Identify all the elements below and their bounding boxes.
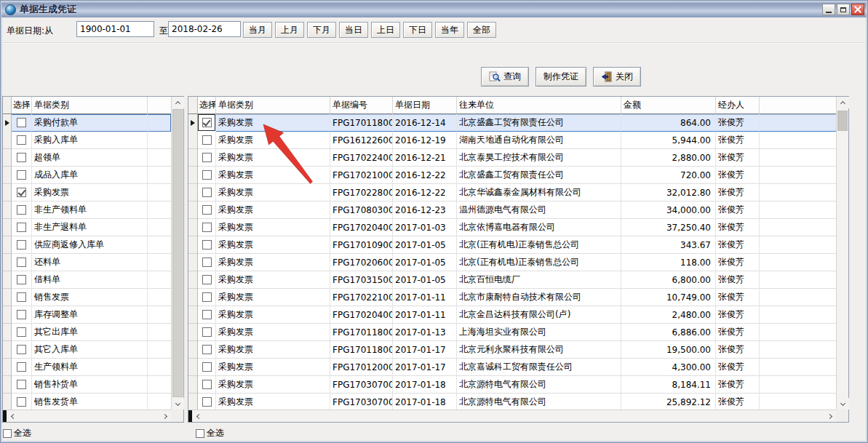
operator-cell[interactable]: 张俊芳 [716, 149, 760, 167]
row-checkbox[interactable] [17, 240, 26, 250]
category-cell[interactable]: 超领单 [32, 149, 148, 167]
doc-date-cell[interactable]: 2017-01-18 [393, 394, 457, 410]
select-cell[interactable] [12, 376, 32, 394]
table-row[interactable]: 销售补货单 [3, 376, 171, 394]
select-cell[interactable] [198, 236, 216, 254]
operator-cell[interactable]: 张俊芳 [716, 201, 760, 219]
partner-column-header[interactable]: 往来单位 [457, 97, 621, 114]
partner-cell[interactable]: 北京盛鑫工贸有限责任公司 [457, 114, 621, 132]
close-form-button[interactable]: 关闭 [593, 67, 641, 87]
doc-date-cell[interactable]: 2016-12-22 [393, 167, 457, 184]
right-grid-vertical-scrollbar[interactable] [836, 97, 848, 410]
row-checkbox[interactable] [202, 205, 212, 215]
category-cell[interactable]: 采购入库单 [32, 132, 148, 149]
select-cell[interactable] [198, 341, 216, 359]
operator-cell[interactable]: 张俊芳 [716, 359, 760, 376]
operator-cell[interactable]: 张俊芳 [716, 132, 760, 149]
row-checkbox[interactable] [17, 135, 26, 145]
amount-cell[interactable]: 10,749.00 [621, 289, 716, 306]
table-row[interactable]: 供应商返修入库单 [3, 236, 171, 254]
table-row[interactable]: 采购发票 FPG170204004 2017-01-03 北京依博嘉电器有限公司… [188, 219, 836, 236]
table-row[interactable]: 采购发票 FPG170307005 2017-01-18 北京源特电气有限公司 … [188, 376, 836, 394]
doc-date-cell[interactable]: 2016-12-21 [393, 149, 457, 167]
operator-cell[interactable]: 张俊芳 [716, 254, 760, 271]
table-row[interactable]: 采购入库单 [3, 132, 171, 149]
date-to-input[interactable] [168, 21, 241, 37]
row-checkbox[interactable] [202, 345, 212, 354]
quick-button-5[interactable]: 上日 [371, 22, 400, 38]
table-row[interactable]: 成品入库单 [3, 167, 171, 184]
row-checkbox[interactable] [17, 153, 26, 162]
doc-date-cell[interactable]: 2017-01-13 [393, 324, 457, 341]
category-cell[interactable]: 供应商返修入库单 [32, 236, 148, 254]
make-voucher-button[interactable]: 制作凭证 [535, 67, 586, 87]
row-checkbox[interactable] [17, 345, 26, 354]
doc-no-column-header[interactable]: 单据编号 [330, 97, 393, 114]
category-cell[interactable]: 采购发票 [216, 149, 330, 167]
category-cell[interactable]: 采购发票 [216, 236, 330, 254]
partner-cell[interactable]: 北京源特电气有限公司 [457, 394, 621, 410]
row-checkbox[interactable] [17, 188, 26, 197]
select-cell[interactable] [198, 114, 216, 132]
select-cell[interactable] [12, 132, 32, 149]
doc-no-cell[interactable]: FPG170307006 [330, 394, 393, 410]
row-checkbox[interactable] [202, 135, 212, 145]
amount-cell[interactable]: 2,880.00 [621, 149, 716, 167]
row-checkbox[interactable] [202, 310, 212, 319]
select-cell[interactable] [198, 271, 216, 289]
table-row[interactable]: 非生产退料单 [3, 219, 171, 236]
row-checkbox[interactable] [202, 275, 212, 284]
row-checkbox[interactable] [202, 170, 212, 180]
partner-cell[interactable]: 北京(正有机电)正泰销售总公司 [457, 254, 621, 271]
query-button[interactable]: 查询 [481, 67, 529, 87]
operator-cell[interactable]: 张俊芳 [716, 184, 760, 201]
select-cell[interactable] [198, 394, 216, 410]
category-cell[interactable]: 销售补货单 [32, 376, 148, 394]
operator-cell[interactable]: 张俊芳 [716, 306, 760, 324]
select-cell[interactable] [198, 289, 216, 306]
quick-button-2[interactable]: 上月 [275, 22, 304, 38]
row-checkbox[interactable] [202, 223, 212, 232]
partner-cell[interactable]: 北京源特电气有限公司 [457, 376, 621, 394]
select-cell[interactable] [12, 184, 32, 201]
amount-cell[interactable]: 4,300.00 [621, 359, 716, 376]
table-row[interactable]: 采购发票 FPG170307006 2017-01-18 北京源特电气有限公司 … [188, 394, 836, 410]
row-checkbox[interactable] [17, 362, 26, 372]
category-cell[interactable]: 生产领料单 [32, 359, 148, 376]
doc-no-cell[interactable]: FPG170315002 [330, 271, 393, 289]
select-cell[interactable] [12, 289, 32, 306]
row-checkbox[interactable] [202, 362, 212, 372]
select-cell[interactable] [198, 201, 216, 219]
quick-button-8[interactable]: 全部 [467, 22, 496, 38]
row-checkbox[interactable] [17, 258, 26, 267]
doc-no-cell[interactable]: FPG170803006 [330, 201, 393, 219]
operator-cell[interactable]: 张俊芳 [716, 341, 760, 359]
category-cell[interactable]: 销售发货单 [32, 394, 148, 410]
select-cell[interactable] [198, 219, 216, 236]
doc-date-cell[interactable]: 2017-01-05 [393, 271, 457, 289]
table-row[interactable]: 借料单 [3, 271, 171, 289]
select-cell[interactable] [12, 394, 32, 410]
category-column-header[interactable]: 单据类别 [32, 97, 148, 114]
select-all-right-checkbox[interactable] [196, 429, 204, 438]
partner-cell[interactable]: 北京市康耐特自动技术有限公司 [457, 289, 621, 306]
scroll-left-button[interactable] [192, 410, 204, 422]
doc-date-cell[interactable]: 2017-01-11 [393, 306, 457, 324]
table-row[interactable]: 非生产领料单 [3, 201, 171, 219]
row-checkbox[interactable] [17, 275, 26, 284]
operator-cell[interactable]: 张俊芳 [716, 376, 760, 394]
table-row[interactable]: 超领单 [3, 149, 171, 167]
partner-cell[interactable]: 北京嘉诚科工贸有限责任公司 [457, 359, 621, 376]
amount-cell[interactable]: 19,500.00 [621, 341, 716, 359]
select-cell[interactable] [12, 167, 32, 184]
select-cell[interactable] [12, 219, 32, 236]
category-cell[interactable]: 采购发票 [216, 271, 330, 289]
category-cell[interactable]: 其它入库单 [32, 341, 148, 359]
doc-date-cell[interactable]: 2017-01-17 [393, 341, 457, 359]
partner-cell[interactable]: 北京盛鑫工贸有限责任公司 [457, 167, 621, 184]
row-checkbox[interactable] [17, 223, 26, 232]
doc-date-cell[interactable]: 2017-01-03 [393, 219, 457, 236]
category-cell[interactable]: 采购发票 [216, 132, 330, 149]
partner-cell[interactable]: 北京金昌达科技有限公司(卢) [457, 306, 621, 324]
category-cell[interactable]: 采购发票 [216, 254, 330, 271]
